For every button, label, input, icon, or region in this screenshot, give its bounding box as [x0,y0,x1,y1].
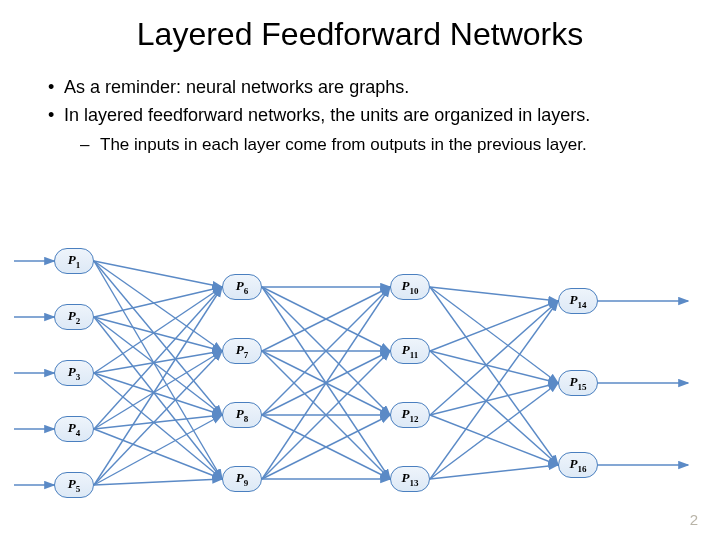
node-label: P5 [68,476,80,494]
svg-line-24 [94,479,222,485]
node-label: P2 [68,308,80,326]
network-diagram: P1 P2 P3 P4 P5 P6 P7 P8 P9 P10 P11 P12 P… [0,238,720,528]
node-p7: P7 [222,338,262,364]
node-label: P16 [570,456,587,474]
node-p13: P13 [390,466,430,492]
node-p10: P10 [390,274,430,300]
node-label: P1 [68,252,80,270]
node-label: P3 [68,364,80,382]
node-label: P8 [236,406,248,424]
svg-line-17 [94,287,222,429]
bullet-sub-item: The inputs in each layer come from outpu… [64,134,720,157]
svg-line-44 [430,301,558,351]
node-p1: P1 [54,248,94,274]
node-label: P9 [236,470,248,488]
svg-line-49 [430,415,558,465]
node-p4: P4 [54,416,94,442]
node-p15: P15 [558,370,598,396]
node-label: P4 [68,420,80,438]
svg-line-9 [94,287,222,317]
svg-line-41 [430,287,558,301]
svg-line-52 [430,465,558,479]
svg-line-10 [94,317,222,351]
node-label: P6 [236,278,248,296]
node-label: P12 [402,406,419,424]
node-label: P7 [236,342,248,360]
node-label: P15 [570,374,587,392]
node-p6: P6 [222,274,262,300]
bullet-item: As a reminder: neural networks are graph… [48,75,720,99]
svg-line-45 [430,351,558,383]
node-label: P11 [402,342,418,360]
svg-line-50 [430,301,558,479]
node-label: P10 [402,278,419,296]
node-p16: P16 [558,452,598,478]
bullet-list: As a reminder: neural networks are graph… [48,75,720,157]
node-p14: P14 [558,288,598,314]
node-p9: P9 [222,466,262,492]
node-p11: P11 [390,338,430,364]
bullet-item: In layered feedforward networks, the uni… [48,103,720,127]
page-title: Layered Feedforward Networks [0,16,720,53]
node-p12: P12 [390,402,430,428]
node-label: P13 [402,470,419,488]
connections [0,238,720,528]
svg-line-11 [94,317,222,415]
svg-line-48 [430,383,558,415]
node-p5: P5 [54,472,94,498]
svg-line-43 [430,287,558,465]
svg-line-13 [94,287,222,373]
node-p2: P2 [54,304,94,330]
node-label: P14 [570,292,587,310]
node-p8: P8 [222,402,262,428]
node-p3: P3 [54,360,94,386]
